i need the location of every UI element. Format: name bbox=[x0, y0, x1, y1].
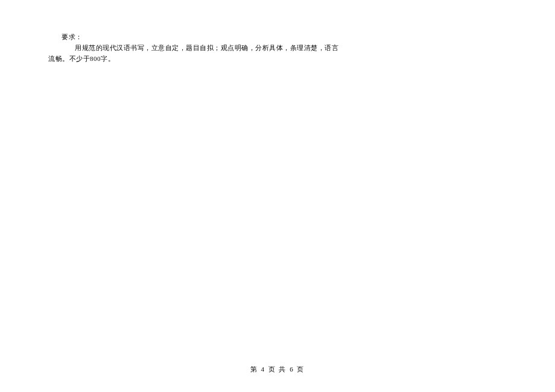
document-content: 要求： 用规范的现代汉语书写，立意自定，题目自拟；观点明确，分析具体，条理清楚，… bbox=[0, 0, 555, 63]
instruction-line-1: 用规范的现代汉语书写，立意自定，题目自拟；观点明确，分析具体，条理清楚，语言 bbox=[75, 43, 507, 52]
page-indicator: 第 4 页 共 6 页 bbox=[250, 365, 305, 373]
requirements-label: 要求： bbox=[62, 33, 507, 42]
page-footer: 第 4 页 共 6 页 bbox=[0, 365, 555, 374]
instruction-line-2: 流畅。不少于800字。 bbox=[48, 54, 507, 63]
